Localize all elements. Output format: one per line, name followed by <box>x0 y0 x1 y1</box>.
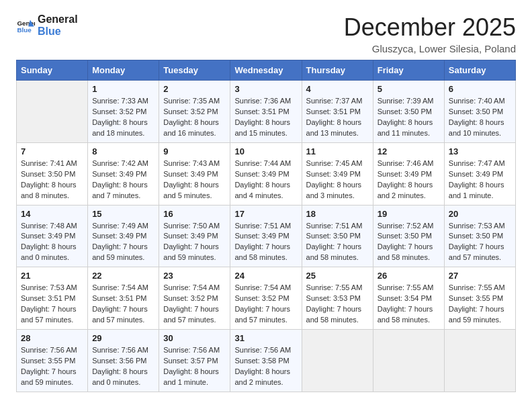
calendar-header-row: SundayMondayTuesdayWednesdayThursdayFrid… <box>17 60 516 81</box>
day-info: Sunrise: 7:56 AMSunset: 3:55 PMDaylight:… <box>21 345 83 388</box>
calendar-cell <box>444 330 515 392</box>
day-number: 16 <box>163 209 226 219</box>
day-number: 23 <box>163 271 226 281</box>
calendar-cell: 11Sunrise: 7:45 AMSunset: 3:49 PMDayligh… <box>302 142 373 205</box>
day-info: Sunrise: 7:56 AMSunset: 3:57 PMDaylight:… <box>163 345 226 388</box>
day-info: Sunrise: 7:52 AMSunset: 3:50 PMDaylight:… <box>378 221 440 264</box>
calendar-cell: 19Sunrise: 7:52 AMSunset: 3:50 PMDayligh… <box>373 205 444 267</box>
calendar-cell: 2Sunrise: 7:35 AMSunset: 3:52 PMDaylight… <box>159 81 230 143</box>
calendar-cell: 25Sunrise: 7:55 AMSunset: 3:53 PMDayligh… <box>302 267 373 330</box>
day-number: 2 <box>163 84 226 94</box>
calendar-cell: 21Sunrise: 7:53 AMSunset: 3:51 PMDayligh… <box>17 267 88 330</box>
calendar-cell: 26Sunrise: 7:55 AMSunset: 3:54 PMDayligh… <box>373 267 444 330</box>
calendar-cell: 3Sunrise: 7:36 AMSunset: 3:51 PMDaylight… <box>230 81 302 143</box>
calendar-cell: 18Sunrise: 7:51 AMSunset: 3:50 PMDayligh… <box>302 205 373 267</box>
calendar-cell: 5Sunrise: 7:39 AMSunset: 3:50 PMDaylight… <box>373 81 444 143</box>
calendar-cell: 17Sunrise: 7:51 AMSunset: 3:49 PMDayligh… <box>230 205 302 267</box>
day-info: Sunrise: 7:45 AMSunset: 3:49 PMDaylight:… <box>306 158 369 201</box>
calendar-cell: 6Sunrise: 7:40 AMSunset: 3:50 PMDaylight… <box>444 81 515 143</box>
day-info: Sunrise: 7:54 AMSunset: 3:51 PMDaylight:… <box>92 283 154 326</box>
logo: General Blue General Blue <box>16 13 78 38</box>
day-info: Sunrise: 7:55 AMSunset: 3:54 PMDaylight:… <box>378 283 440 326</box>
calendar-cell: 9Sunrise: 7:43 AMSunset: 3:49 PMDaylight… <box>159 142 230 205</box>
day-number: 13 <box>449 146 511 156</box>
day-of-week-header: Sunday <box>17 60 88 81</box>
day-number: 5 <box>378 84 440 94</box>
day-info: Sunrise: 7:54 AMSunset: 3:52 PMDaylight:… <box>163 283 226 326</box>
title-block: December 2025 Gluszyca, Lower Silesia, P… <box>344 13 516 54</box>
day-info: Sunrise: 7:42 AMSunset: 3:49 PMDaylight:… <box>92 158 154 201</box>
day-number: 30 <box>163 333 226 343</box>
day-number: 1 <box>92 84 154 94</box>
day-info: Sunrise: 7:33 AMSunset: 3:52 PMDaylight:… <box>92 96 154 139</box>
day-info: Sunrise: 7:51 AMSunset: 3:50 PMDaylight:… <box>306 221 369 264</box>
calendar-cell: 24Sunrise: 7:54 AMSunset: 3:52 PMDayligh… <box>230 267 302 330</box>
day-info: Sunrise: 7:46 AMSunset: 3:49 PMDaylight:… <box>378 158 440 201</box>
day-number: 29 <box>92 333 154 343</box>
calendar-cell <box>373 330 444 392</box>
day-number: 8 <box>92 146 154 156</box>
day-number: 27 <box>449 271 511 281</box>
calendar-cell: 27Sunrise: 7:55 AMSunset: 3:55 PMDayligh… <box>444 267 515 330</box>
day-number: 21 <box>21 271 83 281</box>
day-of-week-header: Monday <box>88 60 159 81</box>
day-of-week-header: Wednesday <box>230 60 302 81</box>
day-info: Sunrise: 7:35 AMSunset: 3:52 PMDaylight:… <box>163 96 226 139</box>
calendar-cell: 28Sunrise: 7:56 AMSunset: 3:55 PMDayligh… <box>17 330 88 392</box>
day-info: Sunrise: 7:54 AMSunset: 3:52 PMDaylight:… <box>234 283 297 326</box>
svg-text:Blue: Blue <box>17 26 32 34</box>
calendar-cell: 22Sunrise: 7:54 AMSunset: 3:51 PMDayligh… <box>88 267 159 330</box>
day-info: Sunrise: 7:40 AMSunset: 3:50 PMDaylight:… <box>449 96 511 139</box>
day-info: Sunrise: 7:55 AMSunset: 3:53 PMDaylight:… <box>306 283 369 326</box>
day-info: Sunrise: 7:37 AMSunset: 3:51 PMDaylight:… <box>306 96 369 139</box>
day-number: 31 <box>234 333 297 343</box>
day-info: Sunrise: 7:56 AMSunset: 3:56 PMDaylight:… <box>92 345 154 388</box>
calendar-week-row: 14Sunrise: 7:48 AMSunset: 3:49 PMDayligh… <box>17 205 516 267</box>
calendar-cell: 10Sunrise: 7:44 AMSunset: 3:49 PMDayligh… <box>230 142 302 205</box>
logo-icon: General Blue <box>16 16 35 35</box>
location-subtitle: Gluszyca, Lower Silesia, Poland <box>344 43 516 54</box>
day-of-week-header: Saturday <box>444 60 515 81</box>
day-number: 24 <box>234 271 297 281</box>
calendar-cell: 7Sunrise: 7:41 AMSunset: 3:50 PMDaylight… <box>17 142 88 205</box>
day-number: 15 <box>92 209 154 219</box>
day-info: Sunrise: 7:53 AMSunset: 3:51 PMDaylight:… <box>21 283 83 326</box>
calendar-cell: 23Sunrise: 7:54 AMSunset: 3:52 PMDayligh… <box>159 267 230 330</box>
calendar-cell <box>302 330 373 392</box>
month-title: December 2025 <box>344 13 516 42</box>
day-info: Sunrise: 7:44 AMSunset: 3:49 PMDaylight:… <box>234 158 297 201</box>
calendar-week-row: 28Sunrise: 7:56 AMSunset: 3:55 PMDayligh… <box>17 330 516 392</box>
calendar-cell: 14Sunrise: 7:48 AMSunset: 3:49 PMDayligh… <box>17 205 88 267</box>
day-number: 9 <box>163 146 226 156</box>
calendar-table: SundayMondayTuesdayWednesdayThursdayFrid… <box>16 60 516 392</box>
day-number: 18 <box>306 209 369 219</box>
calendar-cell <box>17 81 88 143</box>
calendar-cell: 13Sunrise: 7:47 AMSunset: 3:49 PMDayligh… <box>444 142 515 205</box>
day-info: Sunrise: 7:48 AMSunset: 3:49 PMDaylight:… <box>21 221 83 264</box>
calendar-cell: 29Sunrise: 7:56 AMSunset: 3:56 PMDayligh… <box>88 330 159 392</box>
calendar-cell: 15Sunrise: 7:49 AMSunset: 3:49 PMDayligh… <box>88 205 159 267</box>
day-number: 6 <box>449 84 511 94</box>
day-info: Sunrise: 7:51 AMSunset: 3:49 PMDaylight:… <box>234 221 297 264</box>
day-info: Sunrise: 7:36 AMSunset: 3:51 PMDaylight:… <box>234 96 297 139</box>
calendar-week-row: 21Sunrise: 7:53 AMSunset: 3:51 PMDayligh… <box>17 267 516 330</box>
day-number: 11 <box>306 146 369 156</box>
calendar-week-row: 7Sunrise: 7:41 AMSunset: 3:50 PMDaylight… <box>17 142 516 205</box>
calendar-cell: 4Sunrise: 7:37 AMSunset: 3:51 PMDaylight… <box>302 81 373 143</box>
day-info: Sunrise: 7:41 AMSunset: 3:50 PMDaylight:… <box>21 158 83 201</box>
day-info: Sunrise: 7:56 AMSunset: 3:58 PMDaylight:… <box>234 345 297 388</box>
day-number: 20 <box>449 209 511 219</box>
calendar-cell: 8Sunrise: 7:42 AMSunset: 3:49 PMDaylight… <box>88 142 159 205</box>
day-number: 7 <box>21 146 83 156</box>
day-info: Sunrise: 7:50 AMSunset: 3:49 PMDaylight:… <box>163 221 226 264</box>
day-number: 22 <box>92 271 154 281</box>
day-number: 26 <box>378 271 440 281</box>
day-number: 17 <box>234 209 297 219</box>
day-of-week-header: Tuesday <box>159 60 230 81</box>
logo-line1: General <box>38 13 78 26</box>
day-number: 19 <box>378 209 440 219</box>
day-number: 4 <box>306 84 369 94</box>
day-info: Sunrise: 7:39 AMSunset: 3:50 PMDaylight:… <box>378 96 440 139</box>
calendar-cell: 30Sunrise: 7:56 AMSunset: 3:57 PMDayligh… <box>159 330 230 392</box>
logo-line2: Blue <box>38 26 78 38</box>
